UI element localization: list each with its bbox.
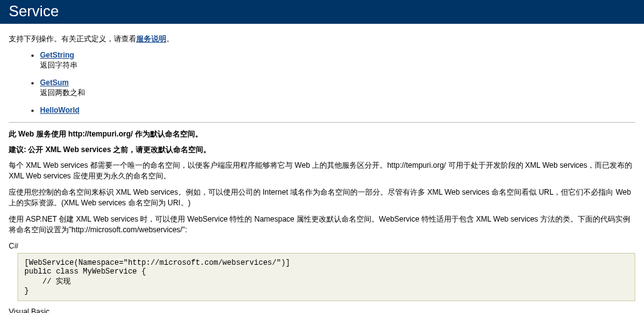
page-content: 支持下列操作。有关正式定义，请查看服务说明。 GetString 返回字符串 G… [0, 24, 644, 313]
body-paragraph: 使用 ASP.NET 创建 XML Web services 时，可以使用 We… [9, 214, 635, 236]
operations-list: GetString 返回字符串 GetSum 返回两数之和 HelloWorld [40, 51, 635, 115]
list-item: GetSum 返回两数之和 [40, 78, 635, 98]
intro-suffix: 。 [166, 34, 174, 43]
csharp-code-block: [WebService(Namespace="http://microsoft.… [18, 253, 635, 301]
intro-line: 支持下列操作。有关正式定义，请查看服务说明。 [9, 34, 635, 44]
operation-link-getsum[interactable]: GetSum [40, 78, 69, 87]
list-item: HelloWorld [40, 106, 635, 115]
operation-link-helloworld[interactable]: HelloWorld [40, 106, 79, 115]
divider [9, 122, 635, 123]
body-paragraph: 每个 XML Web services 都需要一个唯一的命名空间，以便客户端应用… [9, 160, 635, 182]
list-item: GetString 返回字符串 [40, 51, 635, 71]
namespace-notice-2: 建议: 公开 XML Web services 之前，请更改默认命名空间。 [9, 145, 635, 155]
intro-prefix: 支持下列操作。有关正式定义，请查看 [9, 34, 136, 43]
csharp-label: C# [9, 242, 635, 250]
operation-desc: 返回字符串 [40, 60, 635, 71]
operation-desc: 返回两数之和 [40, 88, 635, 98]
page-header: Service [0, 0, 644, 24]
operation-link-getstring[interactable]: GetString [40, 51, 74, 59]
namespace-notice-1: 此 Web 服务使用 http://tempuri.org/ 作为默认命名空间。 [9, 129, 635, 140]
vb-label: Visual Basic [9, 307, 635, 313]
service-description-link[interactable]: 服务说明 [136, 34, 166, 43]
body-paragraph: 应使用您控制的命名空间来标识 XML Web services。例如，可以使用公… [9, 187, 635, 209]
page-title: Service [9, 3, 59, 19]
